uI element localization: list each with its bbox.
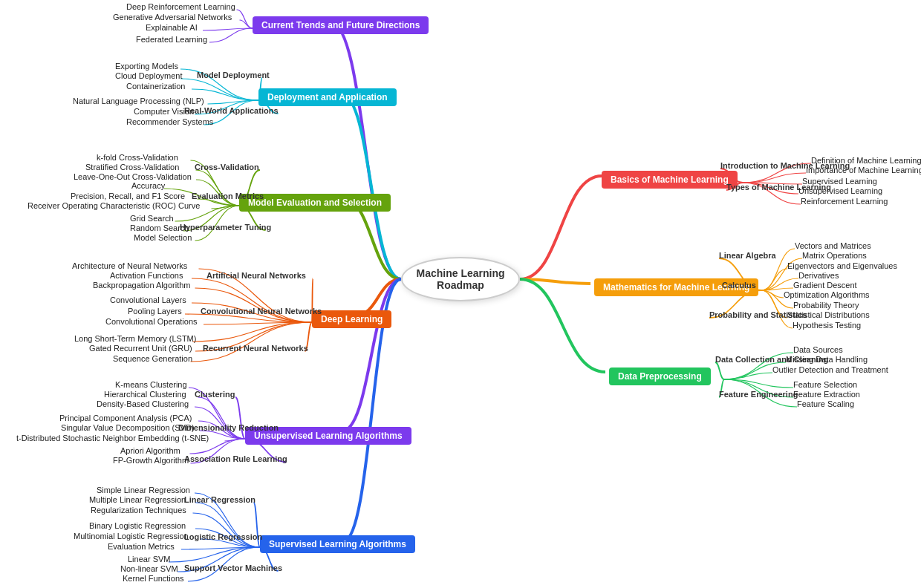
subtopic-label: Natural Language Processing (NLP)	[73, 97, 204, 105]
subtopic-label: Association Rule Learning	[184, 454, 287, 463]
subtopic-label: Hyperparameter Tuning	[180, 223, 271, 232]
subtopic-label: Simple Linear Regression	[97, 486, 190, 494]
topic-preprocessing: Data Preprocessing	[609, 368, 711, 385]
subtopic-label: Stratified Cross-Validation	[85, 163, 179, 172]
subtopic-label: Calculus	[722, 281, 756, 290]
subtopic-label: Kernel Functions	[123, 574, 184, 583]
subtopic-label: Cross-Validation	[195, 163, 259, 172]
subtopic-label: Explainable AI	[146, 23, 198, 32]
subtopic-label: Recommender Systems	[126, 117, 213, 126]
subtopic-label: Model Selection	[134, 233, 192, 242]
subtopic-label: Feature Scaling	[797, 399, 854, 408]
subtopic-label: Convolutional Operations	[105, 317, 198, 326]
subtopic-label: Gradient Descent	[793, 281, 857, 290]
subtopic-label: Precision, Recall, and F1 Score	[71, 192, 185, 200]
subtopic-label: Feature Engineering	[719, 390, 798, 399]
subtopic-label: Density-Based Clustering	[97, 399, 189, 408]
subtopic-label: Definition of Machine Learning	[811, 156, 921, 165]
subtopic-label: Computer Vision	[134, 107, 194, 116]
subtopic-label: Evaluation Metrics	[192, 192, 264, 200]
subtopic-label: Backpropagation Algorithm	[93, 281, 190, 290]
subtopic-label: Regularization Techniques	[91, 506, 186, 514]
topic-deployment: Deployment and Application	[258, 88, 397, 106]
subtopic-label: Data Sources	[793, 345, 843, 354]
subtopic-label: Vectors and Matrices	[795, 241, 871, 250]
subtopic-label: Feature Extraction	[793, 390, 860, 399]
subtopic-label: Artificial Neural Networks	[206, 271, 306, 280]
subtopic-label: Unsupervised Learning	[798, 186, 882, 195]
subtopic-label: Gated Recurrent Unit (GRU)	[89, 344, 192, 353]
subtopic-label: Binary Logistic Regression	[89, 521, 186, 530]
subtopic-label: Singular Value Decomposition (SVD)	[61, 423, 195, 432]
subtopic-label: Linear SVM	[128, 555, 170, 564]
subtopic-label: Optimization Algorithms	[784, 290, 870, 299]
subtopic-label: Statistical Distributions	[787, 310, 870, 319]
subtopic-label: Hypothesis Testing	[793, 321, 861, 330]
topic-basics: Basics of Machine Learning	[602, 171, 738, 189]
subtopic-label: Logistic Regression	[184, 532, 262, 541]
subtopic-label: Linear Algebra	[719, 251, 776, 260]
subtopic-label: Accuracy	[131, 181, 165, 190]
subtopic-label: Non-linear SVM	[120, 564, 178, 573]
subtopic-label: Grid Search	[130, 214, 174, 223]
subtopic-label: Convolutional Layers	[110, 295, 186, 304]
subtopic-label: Multiple Linear Regression	[89, 495, 186, 504]
subtopic-label: Convolutional Neural Networks	[201, 307, 322, 316]
subtopic-label: Receiver Operating Characteristic (ROC) …	[27, 201, 200, 210]
subtopic-label: Model Deployment	[197, 71, 270, 79]
subtopic-label: Apriori Algorithm	[120, 446, 180, 455]
subtopic-label: Evaluation Metrics	[108, 542, 175, 551]
subtopic-label: Probability Theory	[793, 301, 859, 310]
subtopic-label: Reinforcement Learning	[801, 197, 888, 206]
subtopic-label: Generative Adversarial Networks	[113, 13, 232, 22]
subtopic-label: Matrix Operations	[802, 251, 867, 260]
subtopic-label: Feature Selection	[793, 380, 857, 389]
subtopic-label: Deep Reinforcement Learning	[126, 2, 235, 11]
subtopic-label: Cloud Deployment	[115, 71, 183, 80]
subtopic-label: Activation Functions	[110, 271, 183, 280]
topic-supervised: Supervised Learning Algorithms	[260, 535, 415, 553]
center-node: Machine Learning Roadmap	[401, 257, 520, 301]
subtopic-label: Containerization	[126, 82, 186, 91]
subtopic-label: Multinomial Logistic Regression	[74, 532, 189, 540]
subtopic-label: Clustering	[195, 390, 235, 399]
subtopic-label: Long Short-Term Memory (LSTM)	[74, 334, 196, 343]
subtopic-label: k-fold Cross-Validation	[97, 153, 178, 162]
subtopic-label: Architecture of Neural Networks	[72, 261, 187, 270]
subtopic-label: t-Distributed Stochastic Neighbor Embedd…	[16, 434, 209, 442]
subtopic-label: Real-World Applications	[184, 106, 279, 115]
subtopic-label: Principal Component Analysis (PCA)	[59, 414, 192, 422]
subtopic-label: Missing Data Handling	[786, 355, 868, 364]
subtopic-label: Sequence Generation	[113, 354, 192, 363]
topic-current: Current Trends and Future Directions	[253, 16, 429, 34]
subtopic-label: Linear Regression	[184, 495, 256, 504]
subtopic-label: Derivatives	[798, 271, 839, 280]
topic-deeplearning: Deep Learning	[312, 310, 391, 328]
subtopic-label: FP-Growth Algorithm	[113, 456, 189, 465]
subtopic-label: Hierarchical Clustering	[104, 390, 186, 399]
subtopic-label: Outlier Detection and Treatment	[772, 365, 888, 374]
subtopic-label: Eigenvectors and Eigenvalues	[787, 261, 897, 270]
subtopic-label: K-means Clustering	[115, 380, 187, 389]
subtopic-label: Recurrent Neural Networks	[203, 344, 308, 353]
subtopic-label: Leave-One-Out Cross-Validation	[74, 172, 192, 181]
subtopic-label: Supervised Learning	[802, 177, 877, 186]
subtopic-label: Federated Learning	[136, 35, 207, 44]
subtopic-label: Random Search	[130, 223, 189, 232]
subtopic-label: Pooling Layers	[128, 307, 182, 316]
subtopic-label: Exporting Models	[115, 62, 178, 71]
subtopic-label: Importance of Machine Learning	[806, 166, 921, 174]
subtopic-label: Support Vector Machines	[184, 564, 282, 572]
